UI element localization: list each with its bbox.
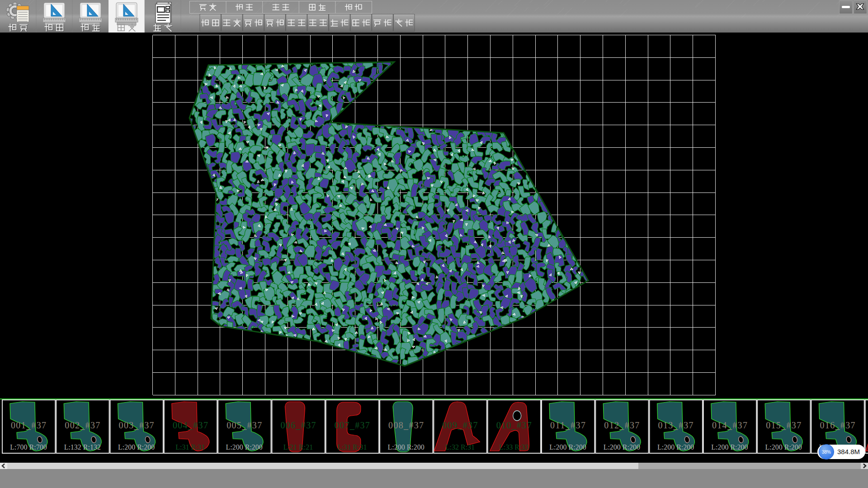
svg-text:016_#37: 016_#37 <box>820 420 855 430</box>
svg-text:L:200 R:200: L:200 R:200 <box>604 443 640 451</box>
svg-text:L:33 R:33: L:33 R:33 <box>499 443 528 451</box>
svg-text:003_#37: 003_#37 <box>119 420 154 430</box>
svg-text:004_#37: 004_#37 <box>173 420 208 430</box>
svg-text:010_#37: 010_#37 <box>496 420 532 430</box>
svg-text:L:200 R:200: L:200 R:200 <box>387 443 424 451</box>
svg-text:007_#37: 007_#37 <box>335 420 370 430</box>
svg-text:014_#37: 014_#37 <box>712 420 747 430</box>
svg-text:002_#37: 002_#37 <box>65 420 100 430</box>
svg-text:L:132 R:132: L:132 R:132 <box>64 443 101 451</box>
svg-text:L:200 R:200: L:200 R:200 <box>549 443 586 451</box>
svg-text:008_#37: 008_#37 <box>388 420 424 430</box>
svg-text:L:31 R:31: L:31 R:31 <box>175 443 205 451</box>
svg-text:006_#37: 006_#37 <box>281 420 316 430</box>
svg-text:009_#37: 009_#37 <box>442 420 477 430</box>
svg-text:L:200 R:200: L:200 R:200 <box>226 443 263 451</box>
svg-text:L:31 R:31: L:31 R:31 <box>337 443 367 451</box>
svg-text:012_#37: 012_#37 <box>604 420 639 430</box>
svg-text:001_#37: 001_#37 <box>11 420 46 430</box>
svg-text:L:200 R:200: L:200 R:200 <box>657 443 694 451</box>
svg-text:011_#37: 011_#37 <box>550 420 585 430</box>
svg-text:L:700 R:700: L:700 R:700 <box>10 443 47 451</box>
svg-text:L:200 R:200: L:200 R:200 <box>118 443 155 451</box>
svg-text:L:32 R:31: L:32 R:31 <box>445 443 475 451</box>
svg-text:013_#37: 013_#37 <box>658 420 693 430</box>
svg-text:L:200 R:200: L:200 R:200 <box>765 443 802 451</box>
svg-text:L:21 R:21: L:21 R:21 <box>283 443 313 451</box>
svg-text:005_#37: 005_#37 <box>226 420 262 430</box>
svg-text:015_#37: 015_#37 <box>766 420 801 430</box>
svg-text:L:200 R:200: L:200 R:200 <box>711 443 748 451</box>
